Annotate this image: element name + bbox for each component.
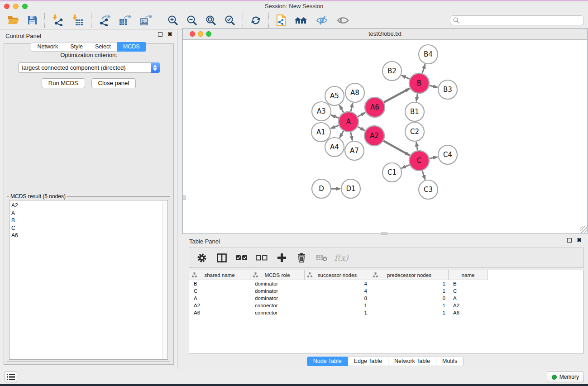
minimize-window-button[interactable] [13, 4, 19, 9]
column-header-successor-nodes[interactable]: successor nodes [305, 270, 370, 280]
graph-node-C3[interactable]: C3 [419, 180, 438, 199]
close-table-panel-icon[interactable]: ✖ [577, 238, 582, 243]
float-table-panel-icon[interactable] [567, 238, 572, 243]
graph-edge-A-A5[interactable] [339, 105, 344, 113]
table-row[interactable]: A2connector11A2 [189, 302, 583, 309]
graph-edge-A-A4[interactable] [339, 131, 344, 138]
splitter-handle[interactable] [381, 232, 387, 235]
graph-node-A2[interactable]: A2 [364, 126, 384, 146]
graph-edge-A-A7[interactable] [351, 132, 353, 141]
column-header-predecessor-nodes[interactable]: predecessor nodes [370, 270, 449, 280]
graph-node-A6[interactable]: A6 [365, 97, 385, 117]
graph-edge-C-C3[interactable] [422, 171, 425, 180]
zoom-in-icon[interactable] [163, 13, 182, 28]
search-input[interactable] [461, 17, 581, 24]
search-field[interactable] [450, 15, 584, 25]
graph-node-A1[interactable]: A1 [311, 123, 330, 142]
graph-node-C[interactable]: C [409, 151, 429, 171]
graph-edge-A-A8[interactable] [351, 103, 353, 111]
memory-button[interactable]: Memory [547, 372, 584, 382]
graph-node-A5[interactable]: A5 [325, 86, 344, 105]
tab-network[interactable]: Network [31, 42, 64, 52]
column-header-shared-name[interactable]: shared name [189, 270, 250, 280]
graph-edge-B-B2[interactable] [402, 75, 410, 79]
graph-node-A3[interactable]: A3 [312, 102, 331, 121]
list-scrollbar[interactable] [163, 200, 167, 359]
run-mcds-button[interactable]: Run MCDS [42, 78, 85, 88]
network-minimize-button[interactable] [198, 31, 203, 37]
graph-node-C2[interactable]: C2 [405, 122, 424, 141]
close-panel-icon[interactable]: ✖ [167, 32, 172, 37]
save-session-icon[interactable] [24, 13, 41, 28]
node-table[interactable]: shared nameMCDS rolesuccessor nodesprede… [189, 270, 584, 353]
deselect-all-checkbox-icon[interactable] [253, 250, 270, 266]
table-row[interactable]: Cdominator41C [189, 287, 583, 295]
zoom-fit-content-icon[interactable] [201, 13, 220, 28]
tab-select[interactable]: Select [89, 42, 117, 52]
network-close-button[interactable] [190, 31, 195, 37]
zoom-window-button[interactable] [22, 4, 28, 9]
export-image-icon[interactable] [136, 13, 157, 28]
import-network-icon[interactable] [48, 13, 68, 28]
close-window-button[interactable] [4, 4, 10, 9]
import-table-icon[interactable] [68, 13, 88, 28]
graph-node-C1[interactable]: C1 [382, 163, 402, 182]
mcds-result-item[interactable]: B [11, 217, 167, 224]
table-row[interactable]: Adominator80A [189, 295, 583, 302]
graph-edge-A-A6[interactable] [358, 113, 365, 117]
zoom-selected-icon[interactable] [220, 13, 239, 28]
home-icon[interactable] [290, 13, 312, 28]
window-resize-grip[interactable] [580, 226, 587, 233]
tab-style[interactable]: Style [64, 42, 89, 52]
mcds-result-item[interactable]: A6 [11, 232, 167, 239]
mcds-result-item[interactable]: A2 [11, 202, 167, 210]
hide-eye-icon[interactable] [312, 13, 333, 28]
network-from-selection-icon[interactable] [272, 13, 290, 28]
graph-node-B[interactable]: B [409, 73, 429, 93]
graph-edge-B-B3[interactable] [429, 86, 437, 87]
network-canvas[interactable]: B4B2BB3A8A5A6A3B1AA1C2A2A4A7C4CC1C3DD1 [183, 40, 587, 234]
mcds-result-item[interactable]: A [11, 210, 167, 217]
mcds-result-item[interactable]: C [11, 224, 167, 232]
graph-node-B3[interactable]: B3 [438, 80, 457, 99]
tab-motifs[interactable]: Motifs [436, 357, 464, 366]
tab-node-table[interactable]: Node Table [307, 357, 348, 366]
close-panel-button[interactable]: Close panel [91, 78, 136, 88]
graph-node-A8[interactable]: A8 [345, 83, 364, 102]
split-columns-icon[interactable] [214, 250, 230, 266]
graph-edge-C-C4[interactable] [430, 157, 438, 159]
tab-network-table[interactable]: Network Table [388, 357, 436, 366]
panel-resize-handle[interactable] [183, 195, 186, 200]
float-panel-icon[interactable] [158, 32, 163, 37]
graph-edge-A2-C[interactable] [383, 141, 410, 155]
graph-edge-C-C2[interactable] [416, 142, 418, 151]
column-header-name[interactable]: name [449, 270, 488, 280]
graph-node-C4[interactable]: C4 [438, 145, 457, 164]
graph-node-B2[interactable]: B2 [382, 62, 402, 81]
graph-node-B4[interactable]: B4 [419, 45, 438, 64]
table-row[interactable]: A6connector11A6 [189, 309, 583, 316]
optimization-criterion-select[interactable]: largest connected component (directed) [18, 62, 160, 73]
export-table-icon[interactable] [115, 13, 136, 28]
tab-edge-table[interactable]: Edge Table [348, 357, 388, 366]
select-all-checkbox-icon[interactable] [234, 250, 250, 266]
network-zoom-button[interactable] [206, 31, 211, 37]
export-network-icon[interactable] [95, 13, 115, 28]
tab-mcds[interactable]: MCDS [117, 42, 146, 52]
graph-node-A4[interactable]: A4 [325, 138, 344, 157]
open-session-icon[interactable] [4, 13, 24, 28]
gear-icon[interactable] [194, 250, 210, 266]
graph-node-A[interactable]: A [339, 112, 359, 132]
graph-edge-A-A3[interactable] [331, 115, 339, 118]
delete-icon[interactable] [293, 250, 310, 266]
table-row[interactable]: Bdominator41B [189, 280, 583, 287]
graph-node-A7[interactable]: A7 [345, 141, 364, 160]
mcds-result-list[interactable]: A2ABCA6 [9, 200, 168, 360]
add-column-icon[interactable] [273, 250, 290, 266]
graph-edge-A-A2[interactable] [358, 127, 365, 131]
graph-edge-A6-B[interactable] [384, 88, 410, 102]
column-header-MCDS-role[interactable]: MCDS role [250, 270, 305, 280]
graph-edge-B-B4[interactable] [422, 64, 425, 73]
show-eye-icon[interactable] [333, 13, 354, 28]
graph-edge-B-B1[interactable] [416, 94, 418, 102]
